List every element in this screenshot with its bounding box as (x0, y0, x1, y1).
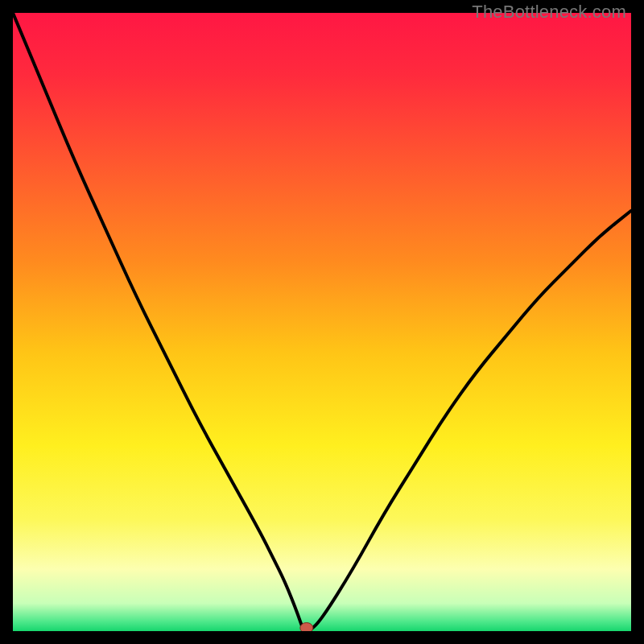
gradient-background (13, 13, 631, 631)
optimal-point-marker (300, 623, 313, 632)
watermark-text: TheBottleneck.com (472, 2, 626, 23)
bottleneck-chart (13, 13, 631, 631)
chart-frame (13, 13, 631, 631)
